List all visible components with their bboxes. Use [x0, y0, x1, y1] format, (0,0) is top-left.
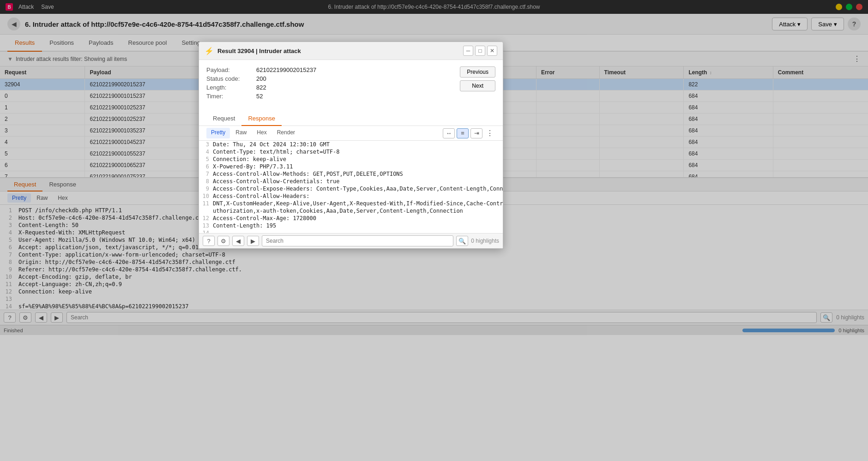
modal-list-btn[interactable]: ≡: [457, 128, 469, 138]
status-code-value: 200: [256, 75, 495, 82]
length-value: 822: [256, 84, 495, 91]
length-label: Length:: [206, 84, 253, 91]
modal-code-line: 7Access-Control-Allow-Methods: GET,POST,…: [199, 170, 503, 178]
modal-code-line: 4Content-Type: text/html; charset=UTF-8: [199, 148, 503, 156]
modal-sub-tabs: Pretty Raw Hex Render ↔ ≡ ⇥ ⋮: [199, 126, 503, 141]
modal-indent-btn[interactable]: ⇥: [470, 128, 482, 138]
modal-code-line: 14: [199, 229, 503, 233]
modal-maximize-btn[interactable]: □: [475, 46, 485, 56]
modal-bottom-toolbar: ? ⚙ ◀ ▶ 🔍 0 highlights: [199, 233, 503, 248]
modal-title-area: ⚡ Result 32904 | Intruder attack: [205, 47, 301, 55]
modal-tabs: Request Response: [199, 112, 503, 126]
previous-button[interactable]: Previous: [460, 66, 495, 78]
modal-code-line: 11DNT,X-CustomHeader,Keep-Alive,User-Age…: [199, 200, 503, 207]
timer-label: Timer:: [206, 93, 253, 100]
modal-controls: ─ □ ✕: [463, 46, 497, 56]
modal-tab-request[interactable]: Request: [206, 112, 241, 126]
modal-search-input[interactable]: [262, 235, 453, 246]
modal-code-line: 12Access-Control-Max-Age: 1728000: [199, 215, 503, 222]
modal-sub-tab-pretty[interactable]: Pretty: [206, 128, 230, 138]
result-modal: ⚡ Result 32904 | Intruder attack ─ □ ✕ P…: [199, 42, 503, 249]
modal-code-line: 5Connection: keep-alive: [199, 156, 503, 163]
modal-sub-tab-hex[interactable]: Hex: [252, 128, 271, 138]
payload-value: 621022199002015237: [256, 66, 495, 73]
modal-code-line: 13Content-Length: 195: [199, 222, 503, 229]
modal-fwd-btn[interactable]: ▶: [247, 236, 259, 246]
modal-settings-btn[interactable]: ⚙: [217, 236, 229, 246]
modal-code-line: 9Access-Control-Expose-Headers: Content-…: [199, 185, 503, 192]
next-button[interactable]: Next: [460, 80, 495, 91]
modal-toolbar-right: ↔ ≡ ⇥ ⋮: [443, 128, 495, 138]
modal-sub-tab-raw[interactable]: Raw: [231, 128, 251, 138]
status-code-label: Status code:: [206, 75, 253, 82]
modal-search-icon[interactable]: 🔍: [456, 236, 468, 246]
modal-code-line: 3Date: Thu, 24 Oct 2024 12:30:10 GMT: [199, 141, 503, 148]
modal-code-area: 3Date: Thu, 24 Oct 2024 12:30:10 GMT4Con…: [199, 141, 503, 233]
modal-highlights-label: 0 highlights: [471, 238, 499, 244]
modal-info-grid: Payload: 621022199002015237 Status code:…: [206, 66, 495, 100]
modal-code-line: 6X-Powered-By: PHP/7.3.11: [199, 163, 503, 170]
modal-body: Payload: 621022199002015237 Status code:…: [199, 60, 503, 112]
modal-header: ⚡ Result 32904 | Intruder attack ─ □ ✕: [199, 42, 503, 60]
payload-label: Payload:: [206, 66, 253, 73]
modal-back-btn[interactable]: ◀: [232, 236, 244, 246]
modal-no-wrap-btn[interactable]: ↔: [443, 128, 455, 138]
modal-code-line: uthorization,x-auth-token,Cookies,Aaa,Da…: [199, 207, 503, 215]
modal-close-btn[interactable]: ✕: [487, 46, 497, 56]
modal-title: Result 32904 | Intruder attack: [217, 48, 301, 54]
timer-value: 52: [256, 93, 495, 100]
modal-more-btn[interactable]: ⋮: [484, 128, 495, 138]
modal-help-btn[interactable]: ?: [203, 236, 215, 246]
modal-action-buttons: Previous Next: [460, 66, 495, 91]
modal-sub-tabs-left: Pretty Raw Hex Render: [206, 128, 300, 138]
modal-overlay: ⚡ Result 32904 | Intruder attack ─ □ ✕ P…: [0, 0, 868, 461]
modal-lightning-icon: ⚡: [205, 47, 214, 55]
modal-tab-response[interactable]: Response: [241, 112, 282, 126]
modal-sub-tab-render[interactable]: Render: [272, 128, 300, 138]
modal-code-line: 8Access-Control-Allow-Credentials: true: [199, 178, 503, 185]
modal-minimize-btn[interactable]: ─: [463, 46, 473, 56]
modal-code-line: 10Access-Control-Allow-Headers:: [199, 192, 503, 200]
